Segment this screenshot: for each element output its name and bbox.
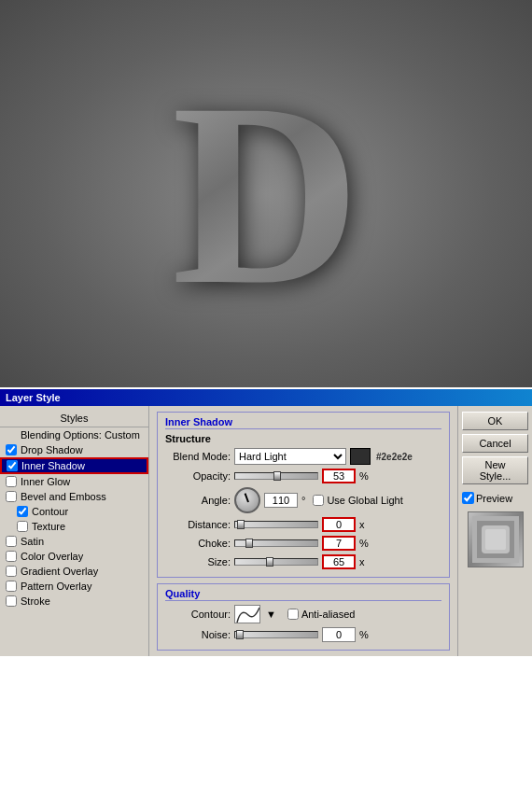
inner-shadow-header: Inner Shadow (165, 416, 441, 429)
preview-checkbox[interactable] (462, 492, 474, 504)
size-unit: x (359, 556, 365, 567)
new-style-button[interactable]: New Style... (462, 456, 528, 484)
distance-input[interactable] (322, 517, 356, 532)
canvas-preview: D (0, 0, 532, 387)
noise-unit: % (359, 629, 369, 640)
opacity-row: Opacity: % (165, 469, 441, 483)
angle-row: Angle: ° Use Global Light (165, 487, 441, 513)
sidebar-item-contour-label: Contour (32, 506, 68, 517)
use-global-light-text: Use Global Light (327, 495, 402, 506)
preview-letter: D (172, 63, 360, 325)
contour-label: Contour: (165, 609, 231, 620)
cancel-button[interactable]: Cancel (462, 434, 528, 453)
size-row: Size: x (165, 554, 441, 569)
angle-degree-symbol: ° (301, 495, 305, 506)
sidebar-item-satin[interactable]: Satin (0, 534, 148, 549)
sidebar-item-blending-label: Blending Options: Custom (21, 429, 140, 441)
blend-mode-row: Blend Mode: Hard Light Normal Multiply S… (165, 448, 441, 465)
svg-rect-3 (485, 529, 506, 550)
sidebar-item-bevel-emboss-label: Bevel and Emboss (21, 491, 106, 502)
anti-aliased-label[interactable]: Anti-aliased (287, 609, 355, 620)
structure-header: Structure (165, 433, 441, 444)
far-right-panel: OK Cancel New Style... Preview (457, 406, 532, 656)
contour-checkbox[interactable] (17, 506, 28, 517)
color-hex-label: #2e2e2e (376, 452, 413, 462)
pattern-overlay-checkbox[interactable] (6, 581, 17, 592)
opacity-unit: % (359, 470, 369, 482)
distance-slider-thumb[interactable] (237, 520, 245, 529)
contour-dropdown-arrow[interactable]: ▼ (266, 609, 276, 620)
quality-header: Quality (165, 588, 441, 601)
sidebar-item-bevel-emboss[interactable]: Bevel and Emboss (0, 489, 148, 504)
satin-checkbox[interactable] (6, 536, 17, 547)
sidebar-item-texture-label: Texture (32, 521, 65, 532)
sidebar-item-satin-label: Satin (21, 536, 44, 547)
inner-shadow-checkbox[interactable] (7, 460, 18, 471)
texture-checkbox[interactable] (17, 521, 28, 532)
preview-thumbnail (468, 511, 524, 567)
use-global-light-checkbox[interactable] (313, 495, 324, 506)
sidebar-item-texture[interactable]: Texture (0, 519, 148, 534)
inner-shadow-section: Inner Shadow Structure Blend Mode: Hard … (157, 412, 450, 578)
sidebar-item-inner-glow-label: Inner Glow (21, 476, 70, 487)
preview-checkbox-row: Preview (462, 492, 528, 504)
noise-row: Noise: % (165, 627, 441, 642)
choke-slider-thumb[interactable] (245, 539, 253, 548)
size-input[interactable] (322, 554, 356, 569)
noise-slider[interactable] (234, 631, 318, 638)
sidebar-item-drop-shadow-label: Drop Shadow (21, 444, 83, 455)
sidebar-item-drop-shadow[interactable]: Drop Shadow (0, 442, 148, 457)
opacity-input[interactable] (322, 469, 356, 483)
size-slider-thumb[interactable] (266, 557, 273, 567)
angle-input[interactable] (264, 493, 298, 508)
choke-row: Choke: % (165, 536, 441, 551)
drop-shadow-checkbox[interactable] (6, 444, 17, 455)
choke-slider[interactable] (234, 539, 318, 547)
opacity-slider-thumb[interactable] (273, 471, 281, 481)
distance-label: Distance: (165, 519, 231, 530)
sidebar-item-color-overlay[interactable]: Color Overlay (0, 549, 148, 564)
noise-label: Noise: (165, 629, 231, 640)
opacity-slider[interactable] (234, 472, 318, 480)
contour-preview[interactable] (234, 605, 260, 623)
anti-aliased-text: Anti-aliased (301, 609, 355, 620)
stroke-checkbox[interactable] (6, 595, 17, 607)
use-global-light-label[interactable]: Use Global Light (313, 495, 402, 506)
left-panel-title: Styles (0, 410, 148, 427)
noise-input[interactable] (322, 627, 356, 642)
sidebar-item-gradient-overlay-label: Gradient Overlay (21, 566, 98, 577)
quality-section: Quality Contour: ▼ Anti-aliased (157, 583, 450, 651)
opacity-label: Opacity: (165, 470, 231, 482)
sidebar-item-inner-glow[interactable]: Inner Glow (0, 474, 148, 489)
sidebar-item-contour[interactable]: Contour (0, 504, 148, 519)
sidebar-item-color-overlay-label: Color Overlay (21, 551, 83, 562)
choke-label: Choke: (165, 538, 231, 549)
choke-unit: % (359, 538, 369, 549)
sidebar-item-inner-shadow[interactable]: Inner Shadow (0, 457, 148, 474)
bevel-emboss-checkbox[interactable] (6, 491, 17, 502)
gradient-overlay-checkbox[interactable] (6, 566, 17, 577)
anti-aliased-checkbox[interactable] (287, 609, 299, 620)
dialog-title: Layer Style (6, 392, 61, 403)
sidebar-item-inner-shadow-label: Inner Shadow (21, 460, 85, 471)
size-slider[interactable] (234, 558, 318, 566)
dialog-titlebar: Layer Style (0, 389, 532, 406)
angle-dial[interactable] (234, 487, 260, 513)
sidebar-item-gradient-overlay[interactable]: Gradient Overlay (0, 564, 148, 579)
color-overlay-checkbox[interactable] (6, 551, 17, 562)
noise-slider-thumb[interactable] (236, 630, 244, 639)
sidebar-item-pattern-overlay[interactable]: Pattern Overlay (0, 579, 148, 594)
distance-unit: x (359, 519, 365, 530)
blend-mode-select[interactable]: Hard Light Normal Multiply Screen Overla… (234, 448, 346, 465)
angle-label: Angle: (165, 495, 231, 506)
right-panel: Inner Shadow Structure Blend Mode: Hard … (149, 406, 457, 656)
inner-glow-checkbox[interactable] (6, 476, 17, 487)
contour-row: Contour: ▼ Anti-aliased (165, 605, 441, 623)
choke-input[interactable] (322, 536, 356, 551)
sidebar-item-blending[interactable]: Blending Options: Custom (0, 427, 148, 442)
ok-button[interactable]: OK (462, 412, 528, 430)
color-swatch[interactable] (350, 448, 371, 465)
blend-mode-label: Blend Mode: (165, 451, 231, 462)
sidebar-item-stroke[interactable]: Stroke (0, 594, 148, 609)
distance-slider[interactable] (234, 521, 318, 528)
